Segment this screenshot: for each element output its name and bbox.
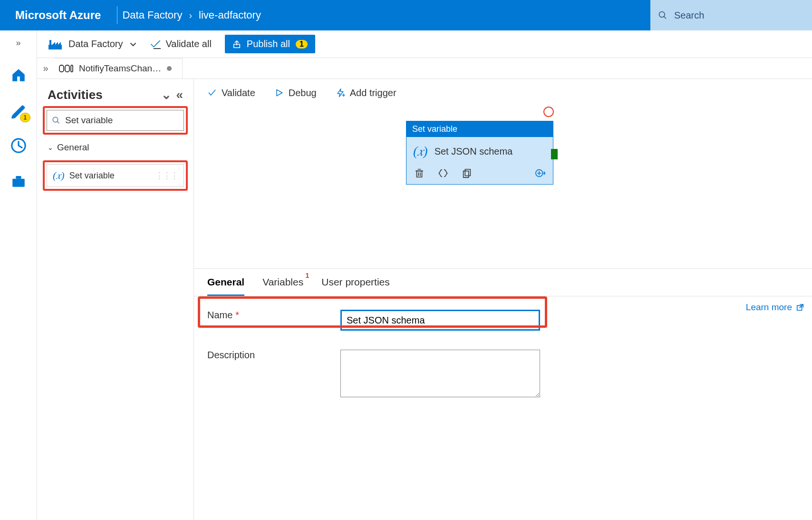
validate-all-button[interactable]: Validate all [150,39,211,49]
expand-rail-button[interactable]: » [16,38,20,48]
toolbox-icon[interactable] [10,173,27,189]
delete-icon[interactable] [414,168,425,178]
author-badge: 1 [20,113,30,122]
validate-all-label: Validate all [165,39,211,49]
breadcrumb: Data Factory › live-adfactory [122,9,261,21]
activities-title: Activities [48,88,103,102]
validate-button[interactable]: Validate [207,88,255,98]
properties-panel: General Variables 1 User properties Lear… [194,268,812,416]
activities-search-value: Set variable [65,115,113,126]
activities-search-input[interactable]: Set variable [47,110,184,131]
property-tabs: General Variables 1 User properties [194,269,812,296]
description-label: Description [207,350,331,361]
search-icon [52,116,60,125]
search-placeholder: Search [674,10,704,21]
external-link-icon [796,303,804,312]
factory-toolbar: Data Factory Validate all Publish all 1 [37,30,812,58]
tab-variables[interactable]: Variables 1 [262,276,303,296]
node-type-label: Set variable [406,121,553,137]
svg-rect-23 [464,171,469,177]
canvas-toolbar: Validate Debug Add trigger [194,79,812,107]
tab-variables-badge: 1 [305,272,309,279]
publish-count-badge: 1 [296,40,308,49]
name-label: Name* [207,310,331,321]
tab-general[interactable]: General [207,276,244,296]
validate-label: Validate [222,88,255,98]
divider [117,6,117,24]
add-output-icon[interactable] [535,168,545,178]
pipeline-tab[interactable]: NotifiyTeamsChan… [54,58,183,78]
activity-item-label: Set variable [69,171,115,181]
svg-marker-14 [277,89,282,96]
chevron-down-icon: ⌄ [48,144,53,151]
activity-item-set-variable[interactable]: (𝑥) Set variable ⋮⋮⋮ [47,164,184,187]
variable-icon: (𝑥) [413,144,428,159]
chevron-right-icon: › [189,10,192,21]
debug-button[interactable]: Debug [274,88,317,98]
pipeline-tab-title: NotifiyTeamsChan… [79,63,161,74]
lightning-icon [336,88,345,98]
svg-line-29 [800,304,803,308]
expand-left-panel[interactable]: » [37,58,54,78]
monitor-icon[interactable] [10,137,27,154]
publish-all-label: Publish all [247,39,290,49]
pipeline-canvas[interactable]: Set variable (𝑥) Set JSON schema [194,107,812,268]
tab-user-properties[interactable]: User properties [321,276,390,296]
editor-tabs: » NotifiyTeamsChan… [37,58,812,79]
code-icon[interactable] [438,168,448,178]
play-icon [274,88,284,98]
svg-rect-3 [12,179,25,187]
tutorial-highlight-search: Set variable [43,106,188,135]
svg-rect-6 [49,40,51,45]
svg-rect-11 [71,65,73,72]
global-search[interactable]: Search [650,0,812,30]
activities-panel: Activities ⌄ « Set variable ⌄ General [37,79,194,520]
validate-all-icon [150,39,161,49]
svg-rect-17 [417,171,422,177]
node-name-label: Set JSON schema [435,146,513,157]
svg-rect-4 [16,176,21,179]
breadcrumb-current[interactable]: live-adfactory [199,9,261,21]
collapse-left-icon[interactable]: « [176,88,183,102]
author-icon[interactable]: 1 [10,102,27,118]
learn-more-label: Learn more [746,302,792,313]
factory-selector[interactable]: Data Factory [48,39,137,49]
home-icon[interactable] [10,67,27,83]
breadcrumb-root[interactable]: Data Factory [122,9,182,21]
activity-group-general[interactable]: ⌄ General [37,138,193,157]
unsaved-dot-icon [167,66,172,71]
drag-handle-icon[interactable]: ⋮⋮⋮ [155,170,178,181]
pipeline-icon [59,64,73,73]
svg-rect-9 [59,65,64,72]
svg-line-13 [57,121,59,123]
svg-rect-5 [48,45,62,49]
publish-icon [232,40,241,49]
chevron-down-icon [129,40,137,48]
add-trigger-label: Add trigger [350,88,396,98]
brand-label[interactable]: Microsoft Azure [0,9,112,22]
svg-rect-22 [465,169,470,176]
activity-group-label: General [57,142,89,153]
check-icon [207,88,217,98]
left-nav-rail: » 1 [0,30,37,520]
search-icon [658,10,667,20]
collapse-down-icon[interactable]: ⌄ [161,88,172,102]
tutorial-highlight-item: (𝑥) Set variable ⋮⋮⋮ [43,160,188,191]
debug-label: Debug [289,88,317,98]
svg-line-1 [664,17,666,19]
variable-icon: (𝑥) [53,169,65,182]
tab-variables-label: Variables [262,276,303,287]
factory-label: Data Factory [68,39,123,49]
copy-icon[interactable] [462,168,472,178]
validation-indicator-icon [543,107,554,117]
factory-icon [48,39,62,49]
azure-top-bar: Microsoft Azure Data Factory › live-adfa… [0,0,812,30]
svg-rect-10 [65,65,69,72]
add-trigger-button[interactable]: Add trigger [336,88,396,98]
learn-more-link[interactable]: Learn more [746,302,804,313]
activity-node-set-variable[interactable]: Set variable (𝑥) Set JSON schema [406,121,553,185]
success-output-handle[interactable] [551,149,558,159]
description-input[interactable] [340,350,540,397]
name-input[interactable] [340,310,540,331]
publish-all-button[interactable]: Publish all 1 [225,35,315,53]
